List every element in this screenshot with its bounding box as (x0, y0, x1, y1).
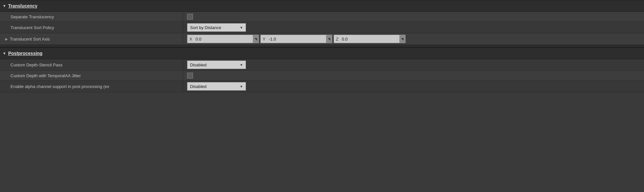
sort-axis-expand-arrow[interactable]: ▶ (5, 37, 8, 41)
x-drag-handle[interactable]: ◥ (253, 35, 259, 43)
alpha-channel-support-dropdown-text: Disabled (190, 84, 237, 89)
separate-translucency-value (183, 12, 644, 22)
separate-translucency-checkbox[interactable] (187, 14, 193, 20)
custom-depth-stencil-value: Disabled ▼ (183, 59, 644, 70)
separate-translucency-label: Separate Translucency (0, 12, 183, 22)
x-axis-label: X (187, 37, 194, 42)
temporal-aa-jitter-checkbox[interactable] (187, 73, 193, 79)
vector-x-field[interactable]: X 0.0 ◥ (187, 35, 259, 43)
z-drag-handle[interactable]: ◥ (399, 35, 405, 43)
postprocessing-collapse-arrow[interactable]: ▼ (3, 51, 6, 55)
y-drag-handle[interactable]: ◥ (326, 35, 332, 43)
translucent-sort-axis-row: ▶ Translucent Sort Axis X 0.0 ◥ Y -1.0 ◥… (0, 33, 644, 45)
settings-panel: ▼ Translucency Separate Translucency Tra… (0, 0, 644, 92)
postprocessing-section-title: Postprocessing (8, 51, 43, 56)
section-separator (0, 45, 644, 47)
alpha-channel-support-dropdown[interactable]: Disabled ▼ (187, 82, 246, 91)
alpha-channel-support-row: Enable alpha channel support in post pro… (0, 81, 644, 92)
dropdown-arrow-icon: ▼ (240, 26, 243, 29)
translucent-sort-policy-value: Sort by Distance ▼ (183, 22, 644, 33)
x-axis-value[interactable]: 0.0 (194, 37, 253, 42)
y-axis-value[interactable]: -1.0 (268, 37, 326, 42)
alpha-channel-dropdown-arrow-icon: ▼ (240, 85, 243, 88)
postprocessing-section-header[interactable]: ▼ Postprocessing (0, 47, 644, 59)
custom-depth-dropdown-arrow-icon: ▼ (240, 63, 243, 67)
translucency-section-title: Translucency (8, 3, 38, 9)
vector-z-field[interactable]: Z 0.0 ◥ (334, 35, 406, 43)
alpha-channel-support-value: Disabled ▼ (183, 81, 644, 92)
translucent-sort-policy-dropdown[interactable]: Sort by Distance ▼ (187, 23, 246, 32)
custom-depth-stencil-dropdown[interactable]: Disabled ▼ (187, 61, 246, 69)
custom-depth-stencil-row: Custom Depth-Stencil Pass Disabled ▼ (0, 59, 644, 71)
translucency-collapse-arrow[interactable]: ▼ (3, 4, 6, 8)
custom-depth-stencil-label: Custom Depth-Stencil Pass (0, 60, 183, 70)
translucent-sort-policy-dropdown-text: Sort by Distance (190, 25, 237, 30)
y-axis-label: Y (261, 37, 268, 42)
vector-inputs-container: X 0.0 ◥ Y -1.0 ◥ Z 0.0 ◥ (187, 35, 406, 43)
separate-translucency-row: Separate Translucency (0, 12, 644, 22)
vector-y-field[interactable]: Y -1.0 ◥ (260, 35, 332, 43)
translucent-sort-axis-value: X 0.0 ◥ Y -1.0 ◥ Z 0.0 ◥ (183, 33, 644, 44)
temporal-aa-jitter-value (183, 71, 644, 80)
temporal-aa-jitter-label: Custom Depth with TemporalAA Jitter (0, 71, 183, 80)
custom-depth-stencil-dropdown-text: Disabled (190, 62, 237, 67)
translucent-sort-axis-label: ▶ Translucent Sort Axis (0, 34, 183, 44)
alpha-channel-support-label: Enable alpha channel support in post pro… (0, 81, 183, 91)
translucent-sort-policy-row: Translucent Sort Policy Sort by Distance… (0, 22, 644, 33)
z-axis-label: Z (334, 37, 340, 42)
temporal-aa-jitter-row: Custom Depth with TemporalAA Jitter (0, 71, 644, 81)
z-axis-value[interactable]: 0.0 (340, 37, 399, 42)
translucent-sort-policy-label: Translucent Sort Policy (0, 23, 183, 32)
translucency-section-header[interactable]: ▼ Translucency (0, 0, 644, 12)
